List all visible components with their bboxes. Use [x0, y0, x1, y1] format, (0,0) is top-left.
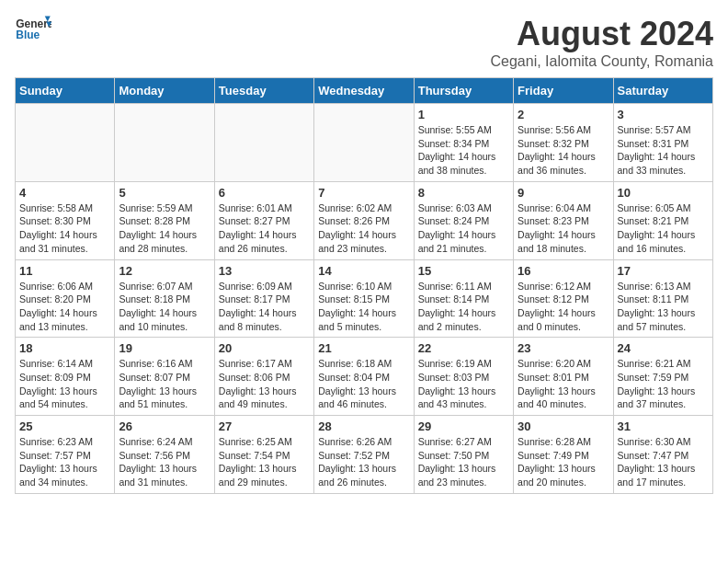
day-info: Sunrise: 6:25 AM Sunset: 7:54 PM Dayligh…: [219, 435, 310, 489]
calendar-cell: 29Sunrise: 6:27 AM Sunset: 7:50 PM Dayli…: [414, 416, 513, 494]
day-info: Sunrise: 6:28 AM Sunset: 7:49 PM Dayligh…: [518, 435, 609, 489]
calendar-cell: 18Sunrise: 6:14 AM Sunset: 8:09 PM Dayli…: [16, 338, 115, 416]
day-number: 27: [219, 419, 310, 433]
day-number: 29: [418, 419, 509, 433]
day-info: Sunrise: 6:02 AM Sunset: 8:26 PM Dayligh…: [318, 201, 409, 256]
day-number: 16: [518, 264, 609, 278]
day-info: Sunrise: 6:20 AM Sunset: 8:01 PM Dayligh…: [518, 357, 609, 411]
calendar-cell: 12Sunrise: 6:07 AM Sunset: 8:18 PM Dayli…: [115, 259, 214, 338]
day-number: 25: [19, 419, 110, 433]
calendar-cell: 9Sunrise: 6:04 AM Sunset: 8:23 PM Daylig…: [514, 181, 613, 259]
calendar-cell: 3Sunrise: 5:57 AM Sunset: 8:31 PM Daylig…: [613, 104, 712, 182]
logo: General Blue: [15, 15, 51, 42]
day-info: Sunrise: 6:07 AM Sunset: 8:18 PM Dayligh…: [119, 280, 210, 334]
day-info: Sunrise: 5:57 AM Sunset: 8:31 PM Dayligh…: [618, 123, 709, 178]
day-number: 7: [318, 186, 409, 200]
day-number: 15: [418, 264, 509, 278]
calendar-cell: 20Sunrise: 6:17 AM Sunset: 8:06 PM Dayli…: [214, 338, 313, 416]
day-number: 9: [518, 186, 609, 200]
day-info: Sunrise: 6:10 AM Sunset: 8:15 PM Dayligh…: [318, 280, 409, 334]
day-number: 12: [119, 264, 210, 278]
calendar-cell: 1Sunrise: 5:55 AM Sunset: 8:34 PM Daylig…: [414, 104, 513, 182]
day-info: Sunrise: 6:21 AM Sunset: 7:59 PM Dayligh…: [618, 357, 709, 411]
day-info: Sunrise: 6:12 AM Sunset: 8:12 PM Dayligh…: [518, 280, 609, 334]
calendar-week-2: 4Sunrise: 5:58 AM Sunset: 8:30 PM Daylig…: [16, 181, 713, 259]
calendar-cell: [16, 104, 115, 182]
calendar-cell: 23Sunrise: 6:20 AM Sunset: 8:01 PM Dayli…: [514, 338, 613, 416]
calendar-cell: 2Sunrise: 5:56 AM Sunset: 8:32 PM Daylig…: [514, 104, 613, 182]
day-info: Sunrise: 6:16 AM Sunset: 8:07 PM Dayligh…: [119, 357, 210, 411]
day-info: Sunrise: 5:55 AM Sunset: 8:34 PM Dayligh…: [418, 123, 509, 178]
calendar-cell: 25Sunrise: 6:23 AM Sunset: 7:57 PM Dayli…: [16, 416, 115, 494]
calendar-cell: [314, 104, 414, 182]
calendar-week-5: 25Sunrise: 6:23 AM Sunset: 7:57 PM Dayli…: [16, 416, 713, 494]
day-info: Sunrise: 6:24 AM Sunset: 7:56 PM Dayligh…: [119, 435, 210, 489]
calendar-week-3: 11Sunrise: 6:06 AM Sunset: 8:20 PM Dayli…: [16, 259, 713, 338]
calendar-cell: 10Sunrise: 6:05 AM Sunset: 8:21 PM Dayli…: [613, 181, 712, 259]
col-saturday: Saturday: [613, 78, 712, 104]
day-info: Sunrise: 6:14 AM Sunset: 8:09 PM Dayligh…: [19, 357, 110, 411]
day-number: 22: [418, 341, 509, 355]
day-number: 19: [119, 341, 210, 355]
day-number: 14: [318, 264, 409, 278]
day-number: 6: [219, 186, 310, 200]
col-wednesday: Wednesday: [314, 78, 414, 104]
day-info: Sunrise: 6:06 AM Sunset: 8:20 PM Dayligh…: [19, 280, 110, 334]
day-number: 13: [219, 264, 310, 278]
header: General Blue August 2024 Cegani, Ialomit…: [15, 15, 713, 70]
day-number: 26: [119, 419, 210, 433]
calendar-cell: 5Sunrise: 5:59 AM Sunset: 8:28 PM Daylig…: [115, 181, 214, 259]
subtitle: Cegani, Ialomita County, Romania: [491, 53, 714, 70]
title-area: August 2024 Cegani, Ialomita County, Rom…: [491, 15, 714, 70]
col-sunday: Sunday: [16, 78, 115, 104]
day-info: Sunrise: 6:27 AM Sunset: 7:50 PM Dayligh…: [418, 435, 509, 489]
day-number: 5: [119, 186, 210, 200]
day-number: 10: [618, 186, 709, 200]
calendar-header-row: Sunday Monday Tuesday Wednesday Thursday…: [16, 78, 713, 104]
day-info: Sunrise: 6:13 AM Sunset: 8:11 PM Dayligh…: [618, 280, 709, 334]
day-number: 4: [19, 186, 110, 200]
day-number: 23: [518, 341, 609, 355]
day-number: 8: [418, 186, 509, 200]
svg-text:Blue: Blue: [16, 29, 40, 41]
day-info: Sunrise: 6:05 AM Sunset: 8:21 PM Dayligh…: [618, 201, 709, 256]
day-number: 20: [219, 341, 310, 355]
day-info: Sunrise: 6:03 AM Sunset: 8:24 PM Dayligh…: [418, 201, 509, 256]
calendar-cell: 30Sunrise: 6:28 AM Sunset: 7:49 PM Dayli…: [514, 416, 613, 494]
calendar-cell: 24Sunrise: 6:21 AM Sunset: 7:59 PM Dayli…: [613, 338, 712, 416]
calendar-cell: 31Sunrise: 6:30 AM Sunset: 7:47 PM Dayli…: [613, 416, 712, 494]
calendar-cell: 8Sunrise: 6:03 AM Sunset: 8:24 PM Daylig…: [414, 181, 513, 259]
col-tuesday: Tuesday: [214, 78, 313, 104]
col-friday: Friday: [514, 78, 613, 104]
calendar: Sunday Monday Tuesday Wednesday Thursday…: [15, 77, 713, 494]
calendar-cell: 21Sunrise: 6:18 AM Sunset: 8:04 PM Dayli…: [314, 338, 414, 416]
main-title: August 2024: [491, 15, 714, 53]
calendar-cell: 6Sunrise: 6:01 AM Sunset: 8:27 PM Daylig…: [214, 181, 313, 259]
calendar-cell: 13Sunrise: 6:09 AM Sunset: 8:17 PM Dayli…: [214, 259, 313, 338]
calendar-week-1: 1Sunrise: 5:55 AM Sunset: 8:34 PM Daylig…: [16, 104, 713, 182]
day-info: Sunrise: 6:30 AM Sunset: 7:47 PM Dayligh…: [618, 435, 709, 489]
day-info: Sunrise: 5:59 AM Sunset: 8:28 PM Dayligh…: [119, 201, 210, 256]
calendar-cell: [214, 104, 313, 182]
calendar-cell: [115, 104, 214, 182]
generalblue-logo-icon: General Blue: [15, 15, 51, 42]
day-info: Sunrise: 6:09 AM Sunset: 8:17 PM Dayligh…: [219, 280, 310, 334]
col-thursday: Thursday: [414, 78, 513, 104]
day-info: Sunrise: 6:19 AM Sunset: 8:03 PM Dayligh…: [418, 357, 509, 411]
day-number: 17: [618, 264, 709, 278]
calendar-cell: 14Sunrise: 6:10 AM Sunset: 8:15 PM Dayli…: [314, 259, 414, 338]
calendar-cell: 15Sunrise: 6:11 AM Sunset: 8:14 PM Dayli…: [414, 259, 513, 338]
calendar-cell: 27Sunrise: 6:25 AM Sunset: 7:54 PM Dayli…: [214, 416, 313, 494]
day-info: Sunrise: 6:17 AM Sunset: 8:06 PM Dayligh…: [219, 357, 310, 411]
day-info: Sunrise: 6:23 AM Sunset: 7:57 PM Dayligh…: [19, 435, 110, 489]
calendar-week-4: 18Sunrise: 6:14 AM Sunset: 8:09 PM Dayli…: [16, 338, 713, 416]
day-number: 2: [518, 108, 609, 121]
calendar-cell: 11Sunrise: 6:06 AM Sunset: 8:20 PM Dayli…: [16, 259, 115, 338]
day-number: 28: [318, 419, 409, 433]
day-number: 21: [318, 341, 409, 355]
calendar-cell: 22Sunrise: 6:19 AM Sunset: 8:03 PM Dayli…: [414, 338, 513, 416]
day-number: 24: [618, 341, 709, 355]
calendar-cell: 28Sunrise: 6:26 AM Sunset: 7:52 PM Dayli…: [314, 416, 414, 494]
day-info: Sunrise: 5:58 AM Sunset: 8:30 PM Dayligh…: [19, 201, 110, 256]
day-number: 31: [618, 419, 709, 433]
